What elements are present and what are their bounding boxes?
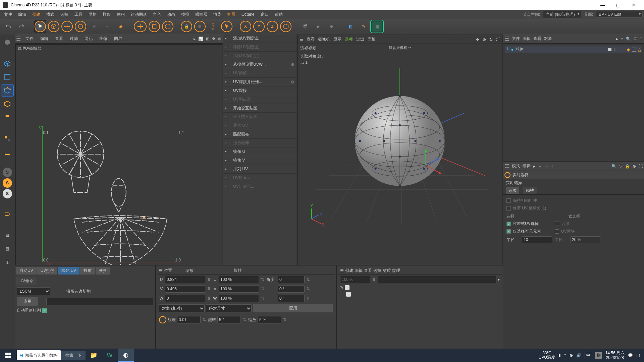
snap-toggle-2[interactable]: S bbox=[3, 178, 12, 188]
obj-arrow-icon[interactable]: ▸ bbox=[616, 37, 618, 41]
abs-dropdown[interactable]: 绝对尺寸 bbox=[206, 304, 252, 312]
uv-menu-edit[interactable]: 编辑 bbox=[38, 35, 50, 42]
uv-menu-mesh[interactable]: 网孔 bbox=[83, 35, 95, 42]
notification-icon-2[interactable]: ▢ bbox=[636, 353, 640, 358]
attr-lock-icon[interactable]: 🔒 bbox=[625, 164, 630, 169]
menu-animate[interactable]: 动画 bbox=[164, 11, 178, 18]
psr-tool[interactable]: PSR bbox=[207, 20, 219, 33]
browser-task[interactable]: e郑薇当选最佳教练 bbox=[17, 350, 61, 360]
vp-rotate-icon[interactable]: ↻ bbox=[489, 37, 493, 42]
uv-cmd-14[interactable]: ▪镜像 V bbox=[223, 156, 297, 165]
vp-menu-display[interactable]: 显示 bbox=[333, 37, 341, 42]
render-button[interactable]: ⚙ bbox=[325, 20, 337, 33]
tag-icon-2[interactable] bbox=[632, 48, 636, 52]
word-task[interactable]: W bbox=[102, 349, 118, 362]
coord-hamburger-icon[interactable]: ☰ bbox=[159, 268, 163, 273]
uv-cmd-3[interactable]: ▪从投射设置UVW...⚙ bbox=[223, 60, 297, 69]
menu-tracker[interactable]: 跟踪器 bbox=[193, 11, 210, 18]
attr-hamburger-icon[interactable]: ☰ bbox=[504, 163, 509, 169]
object-sphere-item[interactable]: └ ● 球体 ⁝ ◆ △ bbox=[505, 46, 642, 53]
rot3-input[interactable] bbox=[278, 295, 305, 302]
obj-rel-dropdown[interactable]: 对象 (相对) bbox=[159, 304, 205, 312]
magnet-button[interactable]: ⊃ bbox=[1, 208, 13, 220]
obj-hamburger-icon[interactable]: ☰ bbox=[504, 36, 509, 42]
poly-mode-button[interactable] bbox=[1, 111, 13, 123]
vp-menu-panel[interactable]: 面板 bbox=[368, 37, 376, 42]
snap-toggle-3[interactable]: S bbox=[3, 189, 12, 198]
lock-tool[interactable]: 🔒 bbox=[180, 20, 193, 33]
cb-keep-adjacent[interactable] bbox=[506, 198, 511, 203]
redo-button[interactable] bbox=[15, 20, 28, 33]
mat-hamburger-icon[interactable]: ☰ bbox=[340, 268, 344, 273]
tab-auto-uv[interactable]: 自动UV bbox=[16, 267, 37, 275]
explorer-task[interactable]: 📁 bbox=[86, 349, 102, 362]
cb-visible-only[interactable]: ✓ bbox=[506, 229, 511, 234]
point-mode-button[interactable] bbox=[1, 84, 13, 97]
rotate-axis-tool[interactable] bbox=[162, 20, 174, 33]
uv-menu-image[interactable]: 图像 bbox=[97, 35, 109, 42]
z-axis-button[interactable]: Z bbox=[266, 20, 278, 33]
attr-search-icon[interactable]: 🔍 bbox=[611, 164, 616, 169]
obj-menu-file[interactable]: 文件 bbox=[512, 36, 520, 42]
vp-menu-filter[interactable]: 过滤 bbox=[356, 37, 364, 42]
ime-button-1[interactable]: 中 bbox=[585, 352, 592, 359]
tag-icon-3[interactable]: △ bbox=[638, 47, 641, 52]
search-task[interactable]: 搜索一下 bbox=[61, 351, 86, 360]
mat-menu-edit[interactable]: 编辑 bbox=[355, 268, 363, 274]
apply-button-2[interactable]: 应用 bbox=[253, 304, 333, 312]
vp-menu-options[interactable]: 选项 bbox=[345, 37, 353, 42]
mat-dropdown-icon[interactable]: ▾ bbox=[498, 277, 500, 282]
obj-add-icon[interactable]: ⊕ bbox=[639, 37, 643, 41]
cube-tool[interactable] bbox=[48, 20, 60, 33]
vp-hamburger-icon[interactable]: ☰ bbox=[300, 37, 303, 42]
tab-transform[interactable]: 变换 bbox=[96, 267, 110, 275]
select2-tool[interactable] bbox=[221, 20, 233, 33]
attr-up-button[interactable]: ↑ bbox=[551, 164, 553, 169]
menu-mode[interactable]: 模式 bbox=[44, 11, 57, 18]
uv-menu-filter[interactable]: 过滤 bbox=[68, 35, 80, 42]
menu-help[interactable]: 帮助 bbox=[272, 11, 285, 18]
ime-button-2[interactable]: 拼 bbox=[595, 352, 602, 359]
uv-zoom-icon[interactable]: ⊕ bbox=[218, 37, 221, 41]
scale-tool[interactable] bbox=[148, 20, 160, 33]
uv-menu-view[interactable]: 查看 bbox=[53, 35, 65, 42]
cb-enable[interactable] bbox=[555, 222, 559, 226]
grid2-button[interactable]: ▦ bbox=[1, 243, 13, 255]
rot2-input[interactable] bbox=[278, 285, 305, 293]
grid3-button[interactable]: ◫ bbox=[1, 256, 13, 268]
mat-menu-create[interactable]: 创建 bbox=[345, 268, 353, 274]
battery-icon[interactable]: ▮ bbox=[558, 353, 561, 358]
attr-filter-icon[interactable]: ▽ bbox=[619, 164, 622, 169]
cb-uvblock[interactable] bbox=[555, 229, 559, 234]
uv-menu-file[interactable]: 文件 bbox=[23, 35, 36, 42]
uv-cmd-5[interactable]: ▪UV焊接并松弛...⚙ bbox=[223, 78, 297, 86]
uv-cmd-11[interactable]: ▪匹配画布 bbox=[223, 130, 297, 139]
maximize-button[interactable]: ▢ bbox=[610, 0, 626, 10]
scale-step-input[interactable] bbox=[258, 316, 281, 323]
uv-cmd-0[interactable]: ▪添加UV固定点 bbox=[223, 34, 297, 43]
texture-icon[interactable] bbox=[159, 316, 166, 323]
pos-w-input[interactable] bbox=[165, 295, 205, 302]
vp-menu-view[interactable]: 查看 bbox=[307, 37, 315, 42]
menu-tools[interactable]: 工具 bbox=[72, 11, 85, 18]
grid1-button[interactable]: ▦ bbox=[1, 229, 13, 241]
scale-u-input[interactable] bbox=[219, 276, 259, 283]
menu-file[interactable]: 文件 bbox=[1, 11, 15, 18]
object-tree[interactable]: └ ● 球体 ⁝ ◆ △ bbox=[503, 44, 644, 161]
snap-button[interactable] bbox=[1, 133, 13, 145]
cut-field[interactable] bbox=[46, 298, 153, 305]
clock[interactable]: 14:56 周六2023/1/28 bbox=[605, 351, 625, 360]
tab-relax-uv[interactable]: 松弛 UV bbox=[58, 267, 79, 275]
mat-menu-texture[interactable]: 纹理 bbox=[392, 268, 400, 274]
obj-menu-object[interactable]: 对象 bbox=[544, 36, 552, 42]
render-settings-button[interactable]: 🎬 bbox=[299, 20, 311, 33]
menu-mograph[interactable]: 运动图形 bbox=[128, 11, 150, 18]
snap-toggle-1[interactable]: S bbox=[3, 168, 12, 177]
menu-edit[interactable]: 编辑 bbox=[15, 11, 29, 18]
menu-render[interactable]: 渲染 bbox=[211, 11, 224, 18]
gear-icon[interactable]: ⚙ bbox=[291, 62, 294, 67]
y-axis-button[interactable]: Y bbox=[253, 20, 265, 33]
tool-arrow[interactable]: → bbox=[101, 20, 113, 33]
layout-dropdown[interactable]: BP - UV Edit bbox=[596, 11, 643, 18]
move-axis-tool[interactable] bbox=[133, 20, 147, 33]
